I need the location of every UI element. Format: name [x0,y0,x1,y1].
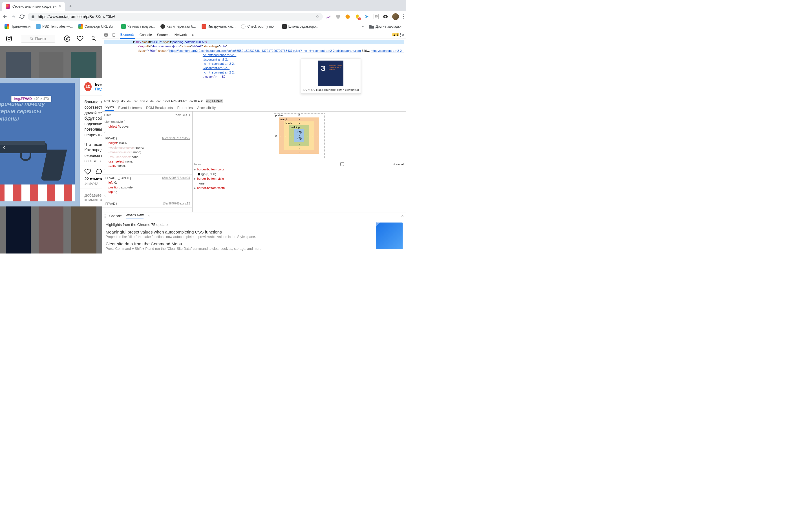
address-bar[interactable]: https://www.instagram.com/p/Bu-3KuwF0kv/… [28,13,323,20]
bookmark-icon [282,24,287,29]
news-heading[interactable]: Clear site data from the Command Menu [106,241,372,246]
news-heading[interactable]: Meaningful preset values when autocomple… [106,230,372,234]
bookmark-item[interactable]: PSD Templates —... [34,23,75,30]
url-text: https://www.instagram.com/p/Bu-3KuwF0kv/ [38,14,313,19]
drawer-close-icon[interactable]: × [401,214,404,219]
author-avatar[interactable]: LD [84,82,92,91]
ext-shield-icon[interactable] [335,14,341,19]
drawer-tab-close-icon[interactable]: × [147,214,149,218]
tab-elements[interactable]: Elements [120,31,135,39]
cls-toggle[interactable]: .cls [183,113,187,117]
bookmark-item[interactable]: Campaign URL Bu... [76,23,118,30]
close-tab-icon[interactable]: × [59,4,61,9]
tab-sources[interactable]: Sources [156,31,170,39]
post-actions [80,166,102,177]
bookmark-star-icon[interactable]: ☆ [316,14,319,19]
post-date: 14 МАРТА [80,182,102,188]
likes-count[interactable]: 22 отметок "Нравится" [80,177,102,182]
lock-icon [31,15,35,18]
folder-icon [369,24,374,29]
instagram-favicon-icon [6,4,10,9]
gun-illustration [0,140,69,182]
comment-box: Добавьте комментарий... Опубликовать [80,188,102,207]
url-bar: https://www.instagram.com/p/Bu-3KuwF0kv/… [0,11,406,22]
bookmark-icon [202,24,206,29]
ext-icon-3[interactable] [364,14,370,19]
tab-properties[interactable]: Properties [177,106,193,110]
svg-rect-9 [113,33,115,37]
other-bookmarks[interactable]: Другие закладки [367,23,404,30]
element-tooltip: img.FFVAD 470 × 470 [11,96,51,102]
add-rule-icon[interactable]: + [189,113,190,117]
ext-eye-icon[interactable] [383,14,388,19]
apps-button[interactable]: Приложения [2,23,33,30]
modal-close-icon[interactable]: ✕ [89,35,95,45]
tab-title: Сервис аналитики соцсетей [12,4,56,8]
bookmark-item[interactable]: Как я перестал б... [158,23,198,30]
tabs-more-icon[interactable]: » [192,31,195,39]
show-all-checkbox[interactable] [294,162,391,166]
drawer-tab-whatsnew[interactable]: What's New [126,213,144,219]
ext-icon[interactable] [326,14,331,19]
image-preview-tooltip: 3причины почемусерые сервисыопасны 470 ×… [301,59,361,94]
bookmark-item[interactable]: Инструкция: как... [199,23,238,30]
instagram-page: Поиск LIVEDUNE LIVEDUNE LIVEDUNE [0,31,102,253]
post-modal: 3 причины почему серые сервисы опасны [0,31,102,253]
devtools-drawer: Console What's New × × Highlights from t… [102,212,406,253]
toolbar-extensions: 2 10 [326,13,404,20]
comment-icon[interactable] [96,168,102,175]
ext-badge[interactable]: 10 [373,14,378,19]
svg-point-0 [346,14,350,18]
news-image [376,223,403,249]
device-icon[interactable] [112,33,116,37]
bookmark-icon [79,24,83,29]
tab-console[interactable]: Console [139,31,153,39]
ext-icon-2[interactable] [345,14,350,19]
hov-toggle[interactable]: :hov [175,113,181,117]
dom-breadcrumb[interactable]: htmlbodydivdivdivarticledivdivdiv.eLAPa.… [102,98,406,104]
bookmark-icon [160,24,165,29]
back-button[interactable] [2,14,8,19]
bookmarks-bar: Приложения PSD Templates —... Campaign U… [0,22,406,31]
drawer-menu-icon[interactable] [105,214,105,218]
next-post-button[interactable]: › [96,142,99,152]
dom-tree[interactable]: ▼<div class="KL4Bh" style="padding-botto… [102,39,406,98]
follow-link[interactable]: Подписаться [95,87,102,91]
post-header: LD livedune • Подписаться ••• [80,78,102,96]
drawer-tab-console[interactable]: Console [109,214,122,218]
computed-pane[interactable]: position00-- margin---- border---- paddi… [193,112,406,212]
bookmark-item[interactable]: Чек-лист подгот... [119,23,157,30]
browser-menu-icon[interactable] [403,14,404,18]
inspect-icon[interactable] [104,33,108,37]
tab-accessibility[interactable]: Accessibility [197,106,216,110]
tab-styles[interactable]: Styles [105,105,114,111]
styles-filter-input[interactable] [104,113,173,117]
tab-event-listeners[interactable]: Event Listeners [118,106,142,110]
box-model: position00-- margin---- border---- paddi… [274,113,324,158]
profile-avatar[interactable] [392,13,399,20]
like-icon[interactable] [84,168,91,175]
styles-pane[interactable]: :hov .cls + element.style { object-fit: … [102,112,193,212]
ext-bulb-icon[interactable]: 2 [354,14,360,19]
apps-icon [4,24,9,29]
devtools-menu-icon[interactable] [400,33,401,37]
devtools-panel: Elements Console Sources Network » ▲ 1 ×… [102,31,406,253]
computed-filter-input[interactable] [194,163,292,166]
browser-tab[interactable]: Сервис аналитики соцсетей × [2,2,65,11]
bookmark-item[interactable]: Школа редакторо... [280,23,321,30]
styles-tabs: Styles Event Listeners DOM Breakpoints P… [102,104,406,112]
bookmarks-overflow[interactable]: » [359,23,366,30]
post-caption: больше не работает. Вы, соответственно, … [80,96,102,166]
tab-dom-breakpoints[interactable]: DOM Breakpoints [146,106,173,110]
browser-tab-bar: Сервис аналитики соцсетей × + [0,0,406,11]
tab-network[interactable]: Network [174,31,188,39]
devtools-close-icon[interactable]: × [402,33,404,37]
new-tab-button[interactable]: + [66,2,74,10]
comment-input[interactable]: Добавьте комментарий... [84,193,102,202]
bookmark-item[interactable]: Check out my mo... [239,23,278,30]
warnings-badge[interactable]: ▲ 1 [392,33,399,36]
reload-button[interactable] [19,14,25,19]
forward-button[interactable] [11,14,16,19]
author-username[interactable]: livedune [95,82,102,87]
prev-post-button[interactable]: ‹ [3,142,6,152]
